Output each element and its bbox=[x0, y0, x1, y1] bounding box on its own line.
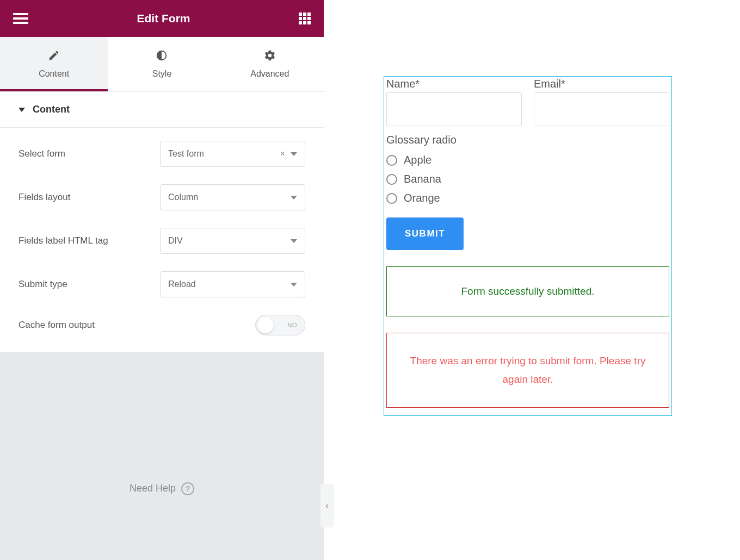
topbar: Edit Form bbox=[0, 0, 324, 37]
field-name: Name* bbox=[386, 78, 522, 126]
control-label-tag: Fields label HTML tag DIV bbox=[18, 228, 305, 254]
preview-canvas: Name* Email* Glossary radio Apple Banana bbox=[324, 0, 740, 560]
success-message: Form successfully submitted. bbox=[386, 266, 669, 316]
name-input[interactable] bbox=[386, 92, 522, 126]
tab-content[interactable]: Content bbox=[0, 37, 108, 91]
select-value: DIV bbox=[168, 236, 183, 246]
fields-layout-dropdown[interactable]: Column bbox=[160, 184, 305, 210]
label-fields-layout: Fields layout bbox=[18, 192, 160, 203]
editor-sidebar: Edit Form Content Style bbox=[0, 0, 324, 560]
chevron-down-icon bbox=[291, 196, 297, 200]
tab-advanced[interactable]: Advanced bbox=[216, 37, 324, 91]
control-submit-type: Submit type Reload bbox=[18, 271, 305, 297]
form-preview[interactable]: Name* Email* Glossary radio Apple Banana bbox=[384, 76, 672, 416]
cache-toggle[interactable]: NO bbox=[255, 315, 305, 335]
submit-button[interactable]: SUBMIT bbox=[386, 217, 464, 250]
apps-icon[interactable] bbox=[299, 13, 311, 24]
controls-list: Select form Test form × Fields layout Co… bbox=[0, 128, 324, 352]
page-title: Edit Form bbox=[137, 12, 190, 25]
radio-icon bbox=[386, 174, 397, 185]
label-cache: Cache form output bbox=[18, 320, 160, 331]
label-tag-dropdown[interactable]: DIV bbox=[160, 228, 305, 254]
radio-label: Apple bbox=[404, 154, 431, 166]
gear-icon bbox=[264, 49, 276, 64]
radio-label: Orange bbox=[404, 192, 440, 204]
tab-style[interactable]: Style bbox=[108, 37, 215, 91]
toggle-state: NO bbox=[288, 322, 298, 328]
error-message: There was an error trying to submit form… bbox=[386, 333, 669, 408]
label-html-tag: Fields label HTML tag bbox=[18, 235, 160, 246]
tab-bar: Content Style Advanced bbox=[0, 37, 324, 91]
chevron-down-icon bbox=[291, 283, 297, 287]
email-label: Email* bbox=[534, 78, 669, 90]
question-icon: ? bbox=[181, 482, 194, 495]
tab-label: Content bbox=[39, 69, 69, 79]
radio-option-banana[interactable]: Banana bbox=[386, 170, 669, 189]
menu-icon[interactable] bbox=[13, 13, 28, 24]
select-value: Column bbox=[168, 192, 198, 202]
control-fields-layout: Fields layout Column bbox=[18, 184, 305, 210]
radio-option-apple[interactable]: Apple bbox=[386, 151, 669, 170]
control-select-form: Select form Test form × bbox=[18, 141, 305, 167]
label-submit-type: Submit type bbox=[18, 279, 160, 290]
contrast-icon bbox=[156, 49, 168, 64]
select-form-dropdown[interactable]: Test form × bbox=[160, 141, 305, 167]
caret-down-icon bbox=[18, 108, 25, 112]
tab-label: Style bbox=[152, 69, 172, 79]
toggle-knob bbox=[257, 317, 274, 333]
section-toggle-content[interactable]: Content bbox=[0, 92, 324, 128]
select-value: Reload bbox=[168, 279, 196, 289]
radio-label: Banana bbox=[404, 173, 441, 185]
control-cache: Cache form output NO bbox=[18, 315, 305, 335]
email-input[interactable] bbox=[534, 92, 669, 126]
section-title: Content bbox=[33, 104, 70, 115]
help-text: Need Help bbox=[130, 483, 176, 494]
chevron-left-icon: ‹ bbox=[325, 501, 328, 511]
radio-icon bbox=[386, 155, 397, 166]
select-value: Test form bbox=[168, 149, 204, 159]
label-select-form: Select form bbox=[18, 148, 160, 159]
pencil-icon bbox=[48, 49, 60, 64]
tab-label: Advanced bbox=[250, 69, 289, 79]
chevron-down-icon bbox=[291, 239, 297, 243]
radio-option-orange[interactable]: Orange bbox=[386, 189, 669, 208]
radio-icon bbox=[386, 193, 397, 204]
content-panel: Content Select form Test form × Fields l… bbox=[0, 91, 324, 352]
radio-group-label: Glossary radio bbox=[386, 134, 669, 146]
radio-group: Glossary radio Apple Banana Orange bbox=[385, 126, 670, 208]
clear-icon[interactable]: × bbox=[280, 149, 285, 159]
collapse-sidebar-handle[interactable]: ‹ bbox=[320, 484, 334, 527]
chevron-down-icon bbox=[291, 152, 297, 156]
field-email: Email* bbox=[534, 78, 669, 126]
submit-type-dropdown[interactable]: Reload bbox=[160, 271, 305, 297]
need-help[interactable]: Need Help ? bbox=[0, 352, 324, 560]
name-label: Name* bbox=[386, 78, 522, 90]
